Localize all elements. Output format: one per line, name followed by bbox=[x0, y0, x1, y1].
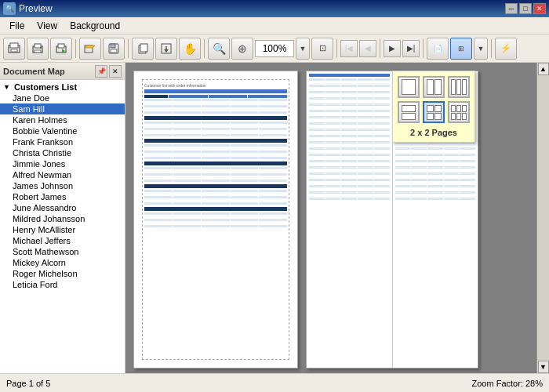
layout-1x1-btn[interactable] bbox=[398, 76, 420, 98]
layout-2x1-btn[interactable] bbox=[398, 101, 420, 123]
tree-item-label: Frank Frankson bbox=[13, 137, 73, 147]
separator-6 bbox=[423, 39, 424, 58]
page-preview-1: Customer list with order information bbox=[133, 71, 298, 368]
layout-2x2-btn[interactable] bbox=[423, 101, 445, 123]
toolbar-btn-1[interactable] bbox=[3, 38, 25, 60]
document-map-panel: Document Map 📌 ✕ ▼ Customers List Jane D… bbox=[0, 63, 125, 373]
document-map-title: Document Map bbox=[3, 67, 65, 76]
list-item[interactable]: June Alessandro bbox=[0, 202, 125, 213]
document-map-header: Document Map 📌 ✕ bbox=[0, 63, 125, 80]
list-item[interactable]: Frank Frankson bbox=[0, 136, 125, 147]
layout-2x3-btn[interactable] bbox=[448, 101, 470, 123]
v-scrollbar[interactable]: ▲ ▼ bbox=[536, 63, 549, 373]
list-item[interactable]: Robert James bbox=[0, 191, 125, 202]
document-map-tree: ▼ Customers List Jane Doe Sam Hill Karen… bbox=[0, 80, 125, 373]
list-item[interactable]: Henry McAllister bbox=[0, 224, 125, 235]
preview-area[interactable]: Customer list with order information bbox=[125, 63, 549, 373]
list-item[interactable]: Christa Christie bbox=[0, 147, 125, 158]
nav-next[interactable]: ▶ bbox=[384, 40, 401, 57]
list-item[interactable]: Leticia Ford bbox=[0, 279, 125, 290]
tree-item-label: Roger Michelson bbox=[13, 269, 78, 278]
layout-multi-btn[interactable]: ⊞ bbox=[450, 38, 472, 60]
separator-4 bbox=[336, 39, 337, 58]
tree-item-label: Alfred Newman bbox=[13, 170, 71, 180]
tooltip-label: 2 x 2 Pages bbox=[398, 128, 470, 137]
tree-item-label: June Alessandro bbox=[13, 203, 76, 212]
nav-prev[interactable]: ◀ bbox=[359, 40, 376, 57]
tree-root[interactable]: ▼ Customers List bbox=[0, 82, 125, 93]
doc-map-controls: 📌 ✕ bbox=[95, 65, 122, 78]
nav-first[interactable]: |◀ bbox=[340, 40, 358, 57]
tree-item-label: Mickey Alcorn bbox=[13, 258, 66, 267]
toolbar-zoom-fit[interactable]: ⊡ bbox=[311, 38, 333, 60]
zoom-input[interactable] bbox=[255, 40, 294, 57]
doc-map-pin[interactable]: 📌 bbox=[95, 65, 107, 78]
toolbar-zoom-out[interactable]: 🔍 bbox=[208, 38, 230, 60]
separator-2 bbox=[128, 39, 129, 58]
close-button[interactable]: ✕ bbox=[533, 3, 546, 14]
page-border-1: Customer list with order information bbox=[142, 79, 289, 360]
main-area: Document Map 📌 ✕ ▼ Customers List Jane D… bbox=[0, 63, 549, 373]
layout-1x2-btn[interactable] bbox=[423, 76, 445, 98]
toolbar-open[interactable] bbox=[79, 38, 101, 60]
separator-1 bbox=[75, 39, 76, 58]
list-item[interactable]: Bobbie Valentine bbox=[0, 125, 125, 136]
menu-bar: File View Background bbox=[0, 17, 549, 34]
list-item[interactable]: Sam Hill bbox=[0, 103, 125, 114]
list-item[interactable]: Mickey Alcorn bbox=[0, 257, 125, 268]
list-item[interactable]: Mildred Johansson bbox=[0, 213, 125, 224]
list-item[interactable]: Michael Jeffers bbox=[0, 235, 125, 246]
toolbar-extra[interactable]: ⚡ bbox=[495, 38, 517, 60]
list-item[interactable]: Roger Michelson bbox=[0, 268, 125, 279]
svg-rect-2 bbox=[11, 49, 17, 52]
zoom-control: ▼ bbox=[255, 38, 310, 60]
svg-rect-8 bbox=[58, 44, 64, 48]
list-item[interactable]: Jane Doe bbox=[0, 93, 125, 103]
tree-item-label: Christa Christie bbox=[13, 148, 71, 158]
tree-root-label: Customers List bbox=[14, 82, 77, 92]
menu-view[interactable]: View bbox=[31, 19, 64, 33]
menu-file[interactable]: File bbox=[3, 19, 31, 33]
tree-item-label: Robert James bbox=[13, 192, 66, 201]
layout-page-btn[interactable]: 📄 bbox=[427, 38, 449, 60]
tree-item-label: Jane Doe bbox=[13, 93, 49, 103]
list-item[interactable]: Scott Mathewson bbox=[0, 246, 125, 257]
layout-1x3-btn[interactable] bbox=[448, 76, 470, 98]
list-item[interactable]: Jimmie Jones bbox=[0, 158, 125, 169]
toolbar-save[interactable] bbox=[103, 38, 125, 60]
tree-item-label: Mildred Johansson bbox=[13, 214, 85, 223]
svg-rect-5 bbox=[35, 50, 41, 53]
separator-5 bbox=[380, 39, 380, 58]
toolbar-zoom-in[interactable]: ⊕ bbox=[231, 38, 253, 60]
tree-item-label: Sam Hill bbox=[13, 104, 45, 114]
toolbar-btn-3[interactable] bbox=[50, 38, 72, 60]
scroll-up-btn[interactable]: ▲ bbox=[538, 63, 549, 75]
tree-item-label: Leticia Ford bbox=[13, 280, 57, 289]
svg-marker-19 bbox=[164, 49, 169, 53]
svg-rect-4 bbox=[35, 44, 41, 48]
window-title: Preview bbox=[19, 3, 53, 14]
svg-rect-16 bbox=[140, 44, 147, 52]
tree-item-label: Bobbie Valentine bbox=[13, 126, 77, 136]
toolbar-export[interactable] bbox=[155, 38, 177, 60]
svg-point-6 bbox=[40, 47, 42, 49]
menu-background[interactable]: Background bbox=[64, 19, 126, 33]
toolbar-hand[interactable]: ✋ bbox=[179, 38, 201, 60]
list-item[interactable]: Karen Holmes bbox=[0, 114, 125, 125]
scroll-down-btn[interactable]: ▼ bbox=[538, 361, 549, 373]
list-item[interactable]: James Johnson bbox=[0, 180, 125, 191]
zoom-dropdown[interactable]: ▼ bbox=[296, 38, 310, 60]
doc-map-close[interactable]: ✕ bbox=[109, 65, 122, 78]
layout-dropdown-btn[interactable]: ▼ bbox=[474, 38, 488, 60]
toolbar-copy[interactable] bbox=[132, 38, 154, 60]
svg-rect-13 bbox=[111, 44, 115, 48]
toolbar-btn-2[interactable] bbox=[27, 38, 49, 60]
list-item[interactable]: Alfred Newman bbox=[0, 169, 125, 180]
minimize-button[interactable]: ─ bbox=[505, 3, 518, 14]
tree-item-label: Jimmie Jones bbox=[13, 159, 65, 169]
app-icon: 🔍 bbox=[3, 2, 16, 15]
tree-item-label: Scott Mathewson bbox=[13, 247, 78, 256]
tree-item-label: Karen Holmes bbox=[13, 115, 67, 125]
nav-last[interactable]: ▶| bbox=[402, 40, 420, 57]
maximize-button[interactable]: □ bbox=[519, 3, 532, 14]
